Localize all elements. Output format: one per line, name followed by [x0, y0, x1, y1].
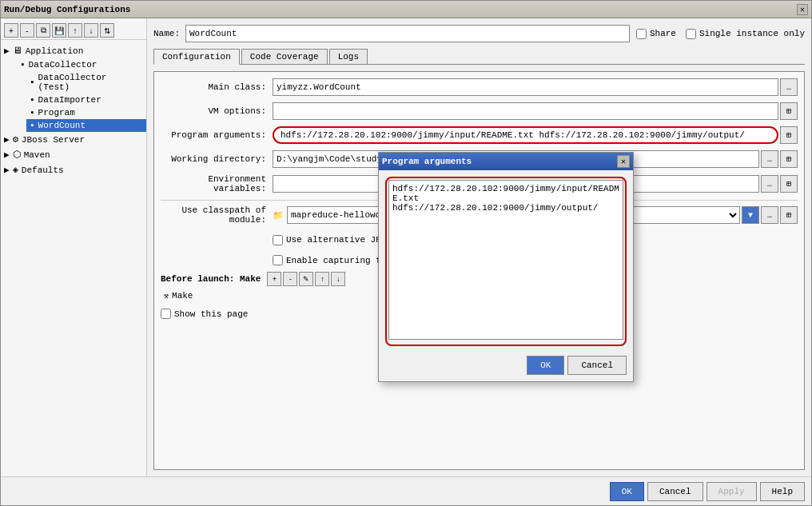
alt-jre-checkbox-label[interactable]: Use alternative JRE: — [273, 235, 392, 245]
working-directory-browse-button[interactable]: … — [761, 150, 778, 168]
help-button[interactable]: Help — [760, 482, 805, 501]
bottom-bar: OK Cancel Apply Help — [1, 476, 811, 505]
name-input[interactable] — [185, 25, 630, 42]
sidebar-item-label: DataImporter — [38, 95, 102, 105]
jboss-icon: ⚙ — [13, 133, 18, 145]
program-arguments-expand-button[interactable]: ⊞ — [780, 126, 798, 144]
right-panel: Name: Share Single instance only Configu… — [147, 18, 811, 476]
sidebar-item-wordcount[interactable]: ▪ WordCount — [26, 119, 146, 132]
alt-jre-label-text: Use alternative JRE: — [286, 235, 392, 245]
config-panel: Main class: … VM options: ⊞ Program argu… — [153, 71, 805, 470]
program-arguments-input[interactable] — [273, 126, 778, 144]
dialog-textarea[interactable]: hdfs://172.28.20.102:9000/jimmy/input/RE… — [388, 180, 623, 340]
tab-configuration[interactable]: Configuration — [153, 49, 240, 65]
show-page-checkbox[interactable] — [161, 309, 171, 319]
move-up-button[interactable]: ↑ — [68, 23, 82, 38]
dialog-close-button[interactable]: ✕ — [617, 155, 630, 168]
sidebar-item-label: Defaults — [22, 165, 64, 175]
item-icon: ▪ — [30, 78, 35, 87]
vm-options-input[interactable] — [273, 102, 778, 120]
sort-button[interactable]: ⇅ — [100, 23, 114, 38]
env-variables-browse-button[interactable]: … — [761, 175, 778, 193]
name-row: Name: Share Single instance only — [153, 25, 805, 42]
sidebar-datacollector-group: ▪ DataCollector (Test) ▪ DataImporter ▪ … — [17, 71, 146, 132]
window-title: Run/Debug Configurations — [4, 5, 130, 14]
working-directory-label: Working directory: — [161, 154, 273, 164]
move-down-button[interactable]: ↓ — [84, 23, 98, 38]
tabs: Configuration Code Coverage Logs — [153, 49, 805, 65]
enable-capturing-checkbox[interactable] — [273, 255, 283, 265]
tab-logs[interactable]: Logs — [329, 49, 368, 64]
vm-options-label: VM options: — [161, 106, 273, 116]
classpath-dropdown-button[interactable]: ▼ — [742, 206, 759, 224]
sidebar-item-datacollector-test[interactable]: ▪ DataCollector (Test) — [26, 71, 146, 94]
vm-options-row: VM options: ⊞ — [161, 102, 798, 120]
dialog-content-highlight: hdfs://172.28.20.102:9000/jimmy/input/RE… — [385, 177, 627, 346]
main-class-browse-button[interactable]: … — [780, 78, 798, 96]
before-launch-up-button[interactable]: ↑ — [315, 272, 329, 286]
sidebar-item-maven[interactable]: ▶ ⬡ Maven — [1, 147, 146, 162]
maven-icon: ⬡ — [13, 149, 21, 161]
defaults-icon: ◈ — [13, 164, 18, 176]
sidebar-item-label: Maven — [24, 150, 50, 160]
program-arguments-label: Program arguments: — [161, 130, 273, 140]
program-arguments-row: Program arguments: ⊞ — [161, 126, 798, 144]
window-close-button[interactable]: ✕ — [797, 4, 808, 15]
main-content: + - ⧉ 💾 ↑ ↓ ⇅ ▶ 🖥 Application ▪ DataColl… — [1, 18, 811, 476]
env-variables-expand-button[interactable]: ⊞ — [780, 175, 798, 193]
sidebar-item-label: DataCollector (Test) — [38, 73, 143, 92]
classpath-label: Use classpath of module: — [161, 205, 273, 225]
classpath-expand-button[interactable]: ⊞ — [780, 206, 798, 224]
dialog-ok-button[interactable]: OK — [527, 356, 564, 375]
show-page-checkbox-label[interactable]: Show this page — [161, 309, 248, 319]
item-icon: ▪ — [20, 60, 26, 70]
sidebar-item-defaults[interactable]: ▶ ◈ Defaults — [1, 162, 146, 177]
main-class-label: Main class: — [161, 82, 273, 92]
alt-jre-checkbox[interactable] — [273, 235, 283, 245]
dialog-body: hdfs://172.28.20.102:9000/jimmy/input/RE… — [379, 170, 633, 353]
env-variables-label: Environment variables: — [161, 174, 273, 193]
before-launch-buttons: + - ✎ ↑ ↓ — [267, 272, 345, 286]
dialog-title: Program arguments — [382, 157, 472, 166]
single-instance-checkbox-label[interactable]: Single instance only — [686, 29, 805, 39]
vm-options-expand-button[interactable]: ⊞ — [780, 102, 798, 120]
expand-icon: ▶ — [4, 46, 10, 56]
working-directory-expand-button[interactable]: ⊞ — [780, 150, 798, 168]
main-class-row: Main class: … — [161, 78, 798, 96]
tab-code-coverage[interactable]: Code Coverage — [241, 49, 328, 64]
sidebar-item-datacollector[interactable]: ▪ DataCollector — [17, 58, 146, 71]
sidebar-item-label: JBoss Server — [22, 135, 85, 145]
before-launch-title: Before launch: Make — [161, 274, 261, 284]
remove-config-button[interactable]: - — [20, 23, 34, 38]
copy-config-button[interactable]: ⧉ — [36, 23, 50, 38]
sidebar-item-label: Program — [38, 108, 75, 118]
cancel-button[interactable]: Cancel — [647, 482, 703, 501]
sidebar-item-program[interactable]: ▪ Program — [26, 106, 146, 119]
before-launch-remove-button[interactable]: - — [283, 272, 297, 286]
single-instance-checkbox[interactable] — [686, 29, 696, 39]
dialog-title-bar: Program arguments ✕ — [379, 153, 633, 170]
before-launch-add-button[interactable]: + — [267, 272, 281, 286]
save-config-button[interactable]: 💾 — [52, 23, 66, 38]
sidebar-item-dataimporter[interactable]: ▪ DataImporter — [26, 94, 146, 106]
before-launch-down-button[interactable]: ↓ — [331, 272, 345, 286]
before-launch-edit-button[interactable]: ✎ — [299, 272, 313, 286]
classpath-browse-button[interactable]: … — [761, 206, 778, 224]
sidebar: + - ⧉ 💾 ↑ ↓ ⇅ ▶ 🖥 Application ▪ DataColl… — [1, 18, 147, 476]
name-options: Share Single instance only — [636, 29, 805, 39]
folder-icon: 📁 — [273, 210, 284, 221]
sidebar-item-jboss[interactable]: ▶ ⚙ JBoss Server — [1, 132, 146, 147]
launch-item-label: Make — [172, 291, 193, 301]
add-config-button[interactable]: + — [4, 23, 18, 38]
show-page-label: Show this page — [174, 309, 248, 319]
expand-icon: ▶ — [4, 165, 10, 175]
apply-button[interactable]: Apply — [707, 482, 757, 501]
item-icon: ▪ — [30, 108, 35, 118]
share-checkbox[interactable] — [636, 29, 647, 39]
ok-button[interactable]: OK — [610, 482, 644, 501]
dialog-cancel-button[interactable]: Cancel — [567, 356, 627, 375]
main-class-input[interactable] — [273, 78, 778, 96]
dialog-footer: OK Cancel — [379, 353, 633, 381]
share-checkbox-label[interactable]: Share — [636, 29, 676, 39]
sidebar-item-application[interactable]: ▶ 🖥 Application — [1, 43, 146, 58]
